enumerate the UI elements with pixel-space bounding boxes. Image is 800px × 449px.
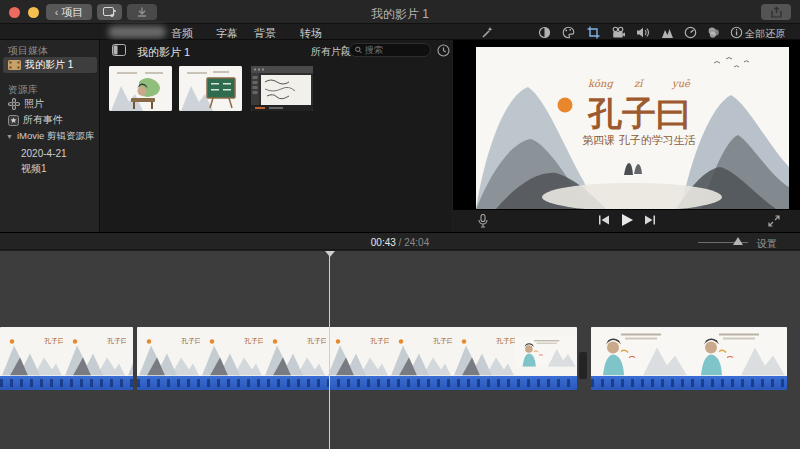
play-icon[interactable] [620,213,634,227]
timeline-settings-button[interactable]: 设置 [757,237,777,251]
clip-thumbnail-teacher-desk[interactable] [109,66,172,111]
color-balance-icon[interactable] [538,26,551,39]
all-events-icon [8,115,19,126]
event-date-label: 2020-4-21 [21,148,67,159]
noise-equalizer-icon[interactable] [661,26,674,39]
sidebar-item-my-movie[interactable]: 我的影片 1 [3,57,97,73]
timeline-clip-3[interactable] [591,327,787,390]
media-browser: 我的影片 1 所有片段 [101,40,452,232]
playhead-handle[interactable] [325,251,335,257]
search-icon [355,46,362,54]
next-frame-icon[interactable] [644,214,656,226]
recent-clock-icon[interactable] [437,44,450,57]
titlebar: ‹ 项目 我的影片 1 [0,0,800,24]
tab-audio[interactable]: 音频 [171,26,193,41]
audio-waveform-2 [137,376,577,390]
photos-label: 照片 [24,97,44,111]
timeline-toolbar: 00:43 / 24:04 设置 [0,232,800,250]
slide-subtitle: 第四课 孔子的学习生活 [582,134,696,147]
sidebar-toggle-icon[interactable] [112,44,126,56]
chevron-up-down-icon [341,44,348,56]
stabilization-camera-icon[interactable] [612,26,625,39]
timeline-clip-2[interactable] [137,327,577,390]
revert-all-button[interactable]: 全部还原 [745,27,785,41]
sidebar-item-all-events[interactable]: 所有事件 [0,112,100,128]
window-title: 我的影片 1 [0,6,800,23]
tab-my-media-blurred[interactable] [108,26,166,38]
effects-filters-icon[interactable] [707,26,720,39]
libraries-sidebar: 项目媒体 我的影片 1 资源库 照片 [0,40,100,232]
enhance-wand-icon[interactable] [481,26,494,39]
browser-title: 我的影片 1 [137,45,190,60]
playhead[interactable] [329,251,330,449]
volume-speaker-icon[interactable] [636,26,649,39]
speed-gauge-icon[interactable] [684,26,697,39]
time-separator: / [396,237,404,248]
project-media-header: 项目媒体 [8,44,48,58]
imovie-window: 孔子曰 ‹ 项目 [0,0,800,449]
crop-icon[interactable] [587,26,600,39]
current-time: 00:43 [371,237,396,248]
disclosure-triangle-icon[interactable]: ▼ [6,133,13,140]
color-correction-palette-icon[interactable] [562,26,575,39]
timecode-display: 00:43 / 24:04 [0,237,800,248]
timeline[interactable] [0,251,800,449]
share-button[interactable] [761,4,791,20]
tab-transitions[interactable]: 转场 [300,26,322,41]
preview-pane: kǒng zǐ yuē 孔子曰 第四课 孔子的学习生活 [453,40,800,232]
fullscreen-icon[interactable] [768,215,780,227]
total-duration: 24:04 [404,237,429,248]
transition-marker[interactable] [579,352,587,379]
photos-flower-icon [8,98,20,110]
video-viewer[interactable]: kǒng zǐ yuē 孔子曰 第四课 孔子的学习生活 [476,47,789,209]
clip-thumbnail-screen-recording[interactable] [251,66,313,111]
search-input[interactable] [365,45,425,55]
slide-pinyin-kong: kǒng [588,78,615,90]
zoom-slider-thumb[interactable] [733,237,743,245]
clip-thumbnail-chalkboard[interactable] [179,66,242,111]
sidebar-item-event-date[interactable]: 2020-4-21 [0,145,100,161]
slide-pinyin-yue: yuē [671,78,691,90]
sidebar-item-photos[interactable]: 照片 [0,96,100,112]
slide-artwork: kǒng zǐ yuē 孔子曰 第四课 孔子的学习生活 [476,47,789,209]
previous-frame-icon[interactable] [598,214,610,226]
sidebar-item-event-video[interactable]: 视频1 [0,161,100,177]
audio-waveform-3 [591,376,787,390]
info-icon[interactable] [730,26,743,39]
search-field[interactable] [349,43,431,57]
secondary-toolbar: 音频 字幕 背景 转场 [0,24,800,40]
imovie-library-label: iMovie 剪辑资源库 [17,130,95,143]
tab-titles[interactable]: 字幕 [216,26,238,41]
playback-controls [453,210,800,232]
all-events-label: 所有事件 [23,113,63,127]
tab-backgrounds[interactable]: 背景 [254,26,276,41]
libraries-header: 资源库 [8,83,38,97]
event-video-label: 视频1 [21,162,47,176]
timeline-clip-1[interactable] [0,327,133,390]
project-filmstrip-icon [8,60,21,70]
audio-waveform-1 [0,376,133,390]
browser-header: 我的影片 1 所有片段 [101,40,452,62]
project-name-label: 我的影片 1 [25,58,73,72]
sidebar-item-imovie-library[interactable]: ▼ iMovie 剪辑资源库 [0,128,100,144]
slide-title: 孔子曰 [587,93,690,133]
share-icon [771,7,782,18]
